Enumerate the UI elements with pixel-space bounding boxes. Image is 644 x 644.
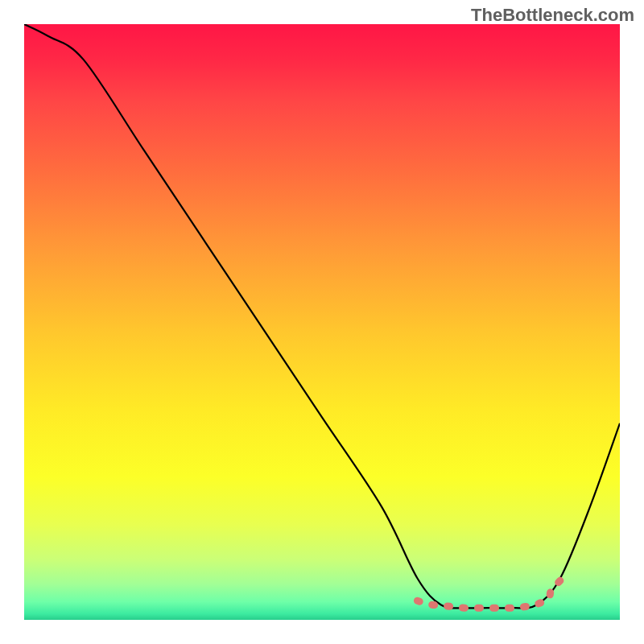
bottleneck-curve-line: [24, 24, 620, 608]
watermark-text: TheBottleneck.com: [471, 5, 634, 26]
chart-svg: [24, 24, 620, 620]
plot-area: [24, 24, 620, 620]
